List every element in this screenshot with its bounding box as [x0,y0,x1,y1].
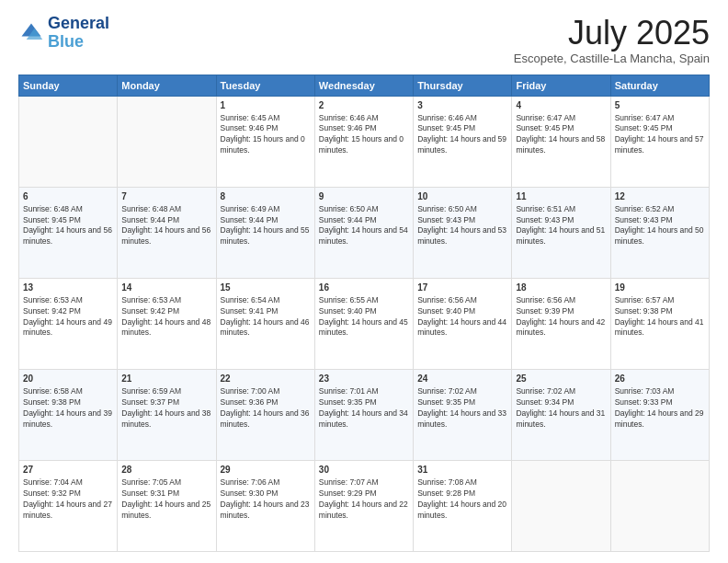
day-number: 17 [417,282,507,294]
weekday-header: Sunday [19,75,118,96]
weekday-header: Saturday [610,75,709,96]
calendar-week-row: 1Sunrise: 6:45 AMSunset: 9:46 PMDaylight… [19,96,710,187]
day-info-line: Sunset: 9:37 PM [121,397,211,408]
day-info-line: Sunset: 9:33 PM [615,397,705,408]
calendar-cell: 3Sunrise: 6:46 AMSunset: 9:45 PMDaylight… [414,96,512,187]
day-info-line: Daylight: 15 hours and 0 minutes. [319,134,409,156]
page: General Blue July 2025 Escopete, Castill… [0,0,728,563]
day-info-line: Daylight: 14 hours and 57 minutes. [615,134,705,156]
day-number: 27 [23,464,113,477]
day-info-line: Sunset: 9:34 PM [516,397,606,408]
day-info-line: Daylight: 14 hours and 44 minutes. [417,317,507,339]
day-info-line: Daylight: 14 hours and 27 minutes. [23,500,113,522]
day-info-line: Sunset: 9:45 PM [516,123,606,134]
day-number: 24 [417,373,507,385]
day-info-line: Sunrise: 6:45 AM [221,113,311,124]
calendar-cell: 14Sunrise: 6:53 AMSunset: 9:42 PMDayligh… [118,278,216,369]
calendar-cell: 24Sunrise: 7:02 AMSunset: 9:35 PMDayligh… [414,369,512,460]
day-info-line: Sunset: 9:39 PM [516,306,606,317]
day-info-line: Sunrise: 6:49 AM [221,204,311,215]
calendar-cell: 18Sunrise: 6:56 AMSunset: 9:39 PMDayligh… [512,278,610,369]
day-info-line: Sunrise: 7:03 AM [615,386,705,397]
calendar-week-row: 6Sunrise: 6:48 AMSunset: 9:45 PMDaylight… [19,187,710,278]
calendar-week-row: 20Sunrise: 6:58 AMSunset: 9:38 PMDayligh… [19,369,710,460]
day-info-line: Sunrise: 6:56 AM [516,295,606,306]
day-number: 18 [516,282,606,294]
day-info-line: Sunrise: 7:07 AM [319,477,409,488]
calendar-cell: 13Sunrise: 6:53 AMSunset: 9:42 PMDayligh… [19,278,118,369]
day-number: 11 [516,190,606,203]
day-number: 1 [221,99,311,112]
day-info-line: Sunset: 9:46 PM [319,123,409,134]
day-info-line: Sunset: 9:46 PM [221,123,311,134]
day-info-line: Sunrise: 6:46 AM [319,113,409,124]
day-info-line: Sunrise: 6:53 AM [121,295,211,306]
day-info-line: Sunrise: 7:01 AM [319,386,409,397]
day-info-line: Sunset: 9:42 PM [121,306,211,317]
day-number: 14 [121,282,211,294]
day-info-line: Sunset: 9:44 PM [319,215,409,226]
weekday-header: Monday [118,75,216,96]
logo-line2: Blue [48,33,109,52]
day-info-line: Sunset: 9:35 PM [417,397,507,408]
day-info-line: Sunrise: 7:08 AM [417,477,507,488]
day-info-line: Daylight: 14 hours and 20 minutes. [417,500,507,522]
day-number: 23 [319,373,409,385]
calendar-cell [118,96,216,187]
day-number: 12 [615,190,705,203]
day-info-line: Sunrise: 6:56 AM [417,295,507,306]
calendar-cell: 25Sunrise: 7:02 AMSunset: 9:34 PMDayligh… [512,369,610,460]
day-info-line: Daylight: 14 hours and 56 minutes. [121,225,211,247]
calendar-cell: 2Sunrise: 6:46 AMSunset: 9:46 PMDaylight… [314,96,413,187]
day-info-line: Sunset: 9:40 PM [417,306,507,317]
calendar-cell: 9Sunrise: 6:50 AMSunset: 9:44 PMDaylight… [314,187,413,278]
day-number: 4 [516,99,606,112]
day-number: 20 [23,373,113,385]
calendar-cell: 26Sunrise: 7:03 AMSunset: 9:33 PMDayligh… [610,369,709,460]
day-info-line: Sunset: 9:40 PM [319,306,409,317]
calendar-cell: 29Sunrise: 7:06 AMSunset: 9:30 PMDayligh… [216,460,314,551]
day-info-line: Daylight: 14 hours and 42 minutes. [516,317,606,339]
calendar-cell: 4Sunrise: 6:47 AMSunset: 9:45 PMDaylight… [512,96,610,187]
day-number: 31 [417,464,507,477]
calendar-cell: 10Sunrise: 6:50 AMSunset: 9:43 PMDayligh… [414,187,512,278]
day-number: 6 [23,190,113,203]
day-info-line: Sunrise: 6:47 AM [615,113,705,124]
day-info-line: Sunset: 9:45 PM [23,215,113,226]
header: General Blue July 2025 Escopete, Castill… [18,15,710,65]
day-info-line: Sunset: 9:30 PM [221,488,311,500]
day-info-line: Sunrise: 6:50 AM [417,204,507,215]
day-info-line: Sunset: 9:36 PM [221,397,311,408]
day-info-line: Daylight: 14 hours and 23 minutes. [221,500,311,522]
title-block: July 2025 Escopete, Castille-La Mancha, … [514,15,710,65]
calendar-cell: 31Sunrise: 7:08 AMSunset: 9:28 PMDayligh… [414,460,512,551]
day-info-line: Sunset: 9:45 PM [417,123,507,134]
day-info-line: Sunrise: 6:48 AM [23,204,113,215]
day-number: 30 [319,464,409,477]
calendar-cell [19,96,118,187]
day-number: 22 [221,373,311,385]
day-info-line: Daylight: 14 hours and 55 minutes. [221,225,311,247]
day-info-line: Sunset: 9:43 PM [516,215,606,226]
day-info-line: Daylight: 14 hours and 48 minutes. [121,317,211,339]
day-info-line: Sunrise: 6:58 AM [23,386,113,397]
day-info-line: Daylight: 14 hours and 46 minutes. [221,317,311,339]
weekday-header: Tuesday [216,75,314,96]
calendar-cell: 27Sunrise: 7:04 AMSunset: 9:32 PMDayligh… [19,460,118,551]
calendar-cell: 28Sunrise: 7:05 AMSunset: 9:31 PMDayligh… [118,460,216,551]
day-info-line: Sunset: 9:35 PM [319,397,409,408]
day-info-line: Sunset: 9:43 PM [615,215,705,226]
day-info-line: Sunrise: 6:53 AM [23,295,113,306]
day-info-line: Sunrise: 6:52 AM [615,204,705,215]
day-number: 19 [615,282,705,294]
day-info-line: Daylight: 14 hours and 25 minutes. [121,500,211,522]
calendar-cell: 17Sunrise: 6:56 AMSunset: 9:40 PMDayligh… [414,278,512,369]
calendar-cell: 5Sunrise: 6:47 AMSunset: 9:45 PMDaylight… [610,96,709,187]
day-info-line: Daylight: 15 hours and 0 minutes. [221,134,311,156]
day-info-line: Daylight: 14 hours and 38 minutes. [121,408,211,431]
day-info-line: Sunrise: 6:46 AM [417,113,507,124]
day-info-line: Sunrise: 7:02 AM [516,386,606,397]
calendar-cell [512,460,610,551]
day-info-line: Sunset: 9:42 PM [23,306,113,317]
weekday-header: Friday [512,75,610,96]
